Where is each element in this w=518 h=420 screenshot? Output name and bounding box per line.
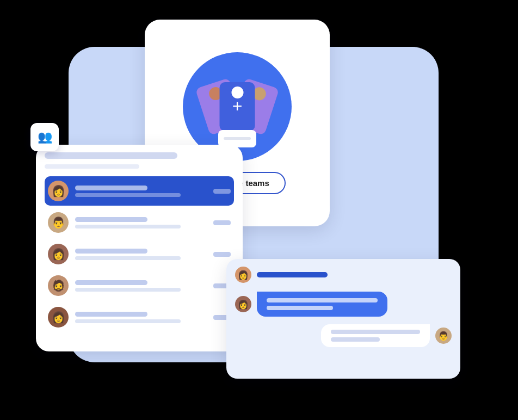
row-tag xyxy=(213,189,231,194)
chat-sender-avatar: 👩 xyxy=(235,296,251,312)
bubble-text-line xyxy=(331,330,420,334)
chat-header: 👩 xyxy=(235,267,452,283)
bubble-content-right xyxy=(321,324,430,347)
row-name-bar xyxy=(75,312,147,317)
team-list-card: 👩 👨 👩 🧔 xyxy=(36,145,243,351)
avatar: 👩 xyxy=(48,181,69,201)
avatar: 👩 xyxy=(48,307,69,328)
row-name-bar xyxy=(75,280,147,285)
list-header-bar xyxy=(45,152,177,159)
chat-bubble-outgoing: 👨 xyxy=(235,324,452,347)
avatar: 🧔 xyxy=(48,275,69,296)
chat-bubble-incoming: 👩 xyxy=(235,292,452,317)
fan-card-center xyxy=(220,82,255,131)
chat-header-avatar: 👩 xyxy=(235,267,251,283)
row-sub-bar xyxy=(75,288,181,292)
chat-header-name-bar xyxy=(257,272,328,277)
row-content xyxy=(75,186,207,197)
bubble-text-line xyxy=(267,298,378,302)
bubble-content-left xyxy=(257,292,387,317)
list-item[interactable]: 👩 xyxy=(45,176,234,206)
chat-receiver-avatar: 👨 xyxy=(435,328,452,344)
avatar: 👨 xyxy=(48,212,69,233)
row-name-bar xyxy=(75,186,147,190)
row-sub-bar xyxy=(75,319,181,323)
row-sub-bar xyxy=(75,193,181,197)
row-content xyxy=(75,249,207,260)
row-sub-bar xyxy=(75,256,181,260)
row-tag xyxy=(213,252,231,257)
avatar: 👩 xyxy=(48,244,69,264)
bubble-text-line-short xyxy=(331,337,380,342)
list-item[interactable]: 🧔 xyxy=(45,271,234,300)
card-circle-indicator xyxy=(231,87,243,98)
row-content xyxy=(75,312,207,323)
row-content xyxy=(75,280,207,292)
row-tag xyxy=(213,220,231,225)
teams-icon-badge: 👥 xyxy=(30,123,59,151)
list-item[interactable]: 👩 xyxy=(45,239,234,269)
teams-icon: 👥 xyxy=(38,130,52,144)
list-subheader-bar xyxy=(45,164,139,169)
bubble-text-line-short xyxy=(267,306,333,310)
row-name-bar xyxy=(75,249,147,254)
card-fan xyxy=(202,71,273,142)
row-name-bar xyxy=(75,217,147,222)
scene: Add more teams 👥 👩 👨 👩 xyxy=(36,14,482,406)
chat-card: 👩 👩 👨 xyxy=(226,259,460,379)
list-item[interactable]: 👨 xyxy=(45,208,234,237)
list-item[interactable]: 👩 xyxy=(45,302,234,332)
row-content xyxy=(75,217,207,228)
row-sub-bar xyxy=(75,225,181,228)
